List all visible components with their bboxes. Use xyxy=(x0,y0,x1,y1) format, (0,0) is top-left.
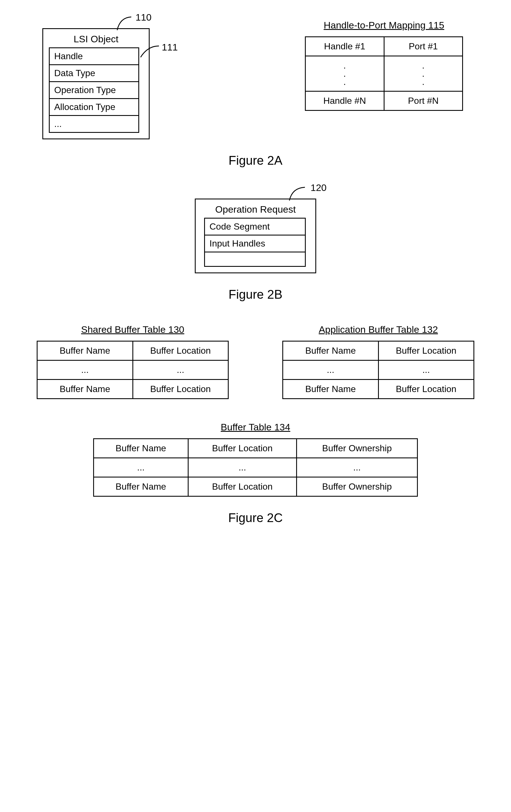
cell: Port #1 xyxy=(384,37,463,56)
cell: Buffer Name xyxy=(94,439,188,458)
table-row: Handle #1 Port #1 xyxy=(305,37,463,56)
op-row: Input Handles xyxy=(205,235,305,253)
table-row: Buffer Name Buffer Location xyxy=(37,380,228,399)
op-stack: Code Segment Input Handles xyxy=(204,218,306,267)
operation-request-title: Operation Request xyxy=(201,204,310,215)
cell: Buffer Location xyxy=(188,477,296,496)
table-row: . . . . . . xyxy=(305,56,463,91)
figure-2c: Shared Buffer Table 130 Buffer Name Buff… xyxy=(23,324,488,525)
shared-buffer-title: Shared Buffer Table 130 xyxy=(37,324,229,335)
lsi-row: Operation Type xyxy=(50,82,138,99)
callout-label: 111 xyxy=(162,42,178,53)
callout-label: 120 xyxy=(311,182,327,193)
table-row: Buffer Name Buffer Location xyxy=(283,380,474,399)
buffer-table-title: Buffer Table 134 xyxy=(23,422,488,433)
callout-label: 110 xyxy=(136,12,152,23)
cell: Buffer Name xyxy=(37,380,133,399)
cell: Buffer Location xyxy=(188,439,296,458)
table-row: Buffer Name Buffer Location xyxy=(37,341,228,360)
cell: Handle #N xyxy=(305,91,384,111)
cell: Buffer Ownership xyxy=(296,439,417,458)
table-row: Buffer Name Buffer Location Buffer Owner… xyxy=(94,439,418,458)
cell: Buffer Location xyxy=(378,380,474,399)
cell: Buffer Location xyxy=(378,341,474,360)
lsi-object-wrap: 110 LSI Object 111 Handle Data Type Oper… xyxy=(42,28,150,139)
operation-request-box: Operation Request Code Segment Input Han… xyxy=(195,199,316,273)
cell: ... xyxy=(378,360,474,380)
figure-caption: Figure 2C xyxy=(23,511,488,525)
lsi-row: Allocation Type xyxy=(50,99,138,116)
table-row: Handle #N Port #N xyxy=(305,91,463,111)
mapping-table: Handle #1 Port #1 . . . . . . Handle #N … xyxy=(305,36,463,111)
figure-2a: 110 LSI Object 111 Handle Data Type Oper… xyxy=(23,17,488,168)
cell: Buffer Location xyxy=(133,380,228,399)
app-buffer-title: Application Buffer Table 132 xyxy=(282,324,474,335)
figure-caption: Figure 2B xyxy=(23,287,488,301)
cell: Handle #1 xyxy=(305,37,384,56)
cell: ... xyxy=(94,458,188,477)
table-row: Buffer Name Buffer Location xyxy=(283,341,474,360)
cell: Buffer Ownership xyxy=(296,477,417,496)
buffer-table-wrap: Buffer Table 134 Buffer Name Buffer Loca… xyxy=(23,422,488,497)
cell: . . . xyxy=(305,56,384,91)
buffer-table: Buffer Name Buffer Location Buffer Owner… xyxy=(93,438,418,497)
mapping-wrap: Handle-to-Port Mapping 115 Handle #1 Por… xyxy=(305,20,463,111)
op-row: Code Segment xyxy=(205,219,305,235)
lsi-row: Handle xyxy=(50,48,138,65)
cell: Buffer Name xyxy=(283,341,379,360)
cell: ... xyxy=(133,360,228,380)
mapping-title: Handle-to-Port Mapping 115 xyxy=(305,20,463,31)
op-row xyxy=(205,253,305,266)
cell: ... xyxy=(296,458,417,477)
cell: Buffer Location xyxy=(133,341,228,360)
lsi-object-title: LSI Object xyxy=(49,34,143,45)
table-row: ... ... ... xyxy=(94,458,418,477)
figure-caption: Figure 2A xyxy=(23,153,488,168)
shared-buffer-wrap: Shared Buffer Table 130 Buffer Name Buff… xyxy=(37,324,229,399)
table-row: ... ... xyxy=(37,360,228,380)
lsi-object-box: LSI Object 111 Handle Data Type Operatio… xyxy=(42,28,150,139)
cell: Buffer Name xyxy=(37,341,133,360)
cell: ... xyxy=(188,458,296,477)
lsi-row: ... xyxy=(50,116,138,132)
app-buffer-table: Buffer Name Buffer Location ... ... Buff… xyxy=(282,341,474,399)
figure-2b: 120 Operation Request Code Segment Input… xyxy=(23,190,488,301)
cell: Buffer Name xyxy=(283,380,379,399)
app-buffer-wrap: Application Buffer Table 132 Buffer Name… xyxy=(282,324,474,399)
lsi-stack: Handle Data Type Operation Type Allocati… xyxy=(49,48,139,133)
table-row: Buffer Name Buffer Location Buffer Owner… xyxy=(94,477,418,496)
cell: ... xyxy=(283,360,379,380)
table-row: ... ... xyxy=(283,360,474,380)
cell: Port #N xyxy=(384,91,463,111)
cell: . . . xyxy=(384,56,463,91)
cell: ... xyxy=(37,360,133,380)
cell: Buffer Name xyxy=(94,477,188,496)
lsi-row: Data Type xyxy=(50,65,138,82)
shared-buffer-table: Buffer Name Buffer Location ... ... Buff… xyxy=(37,341,229,399)
